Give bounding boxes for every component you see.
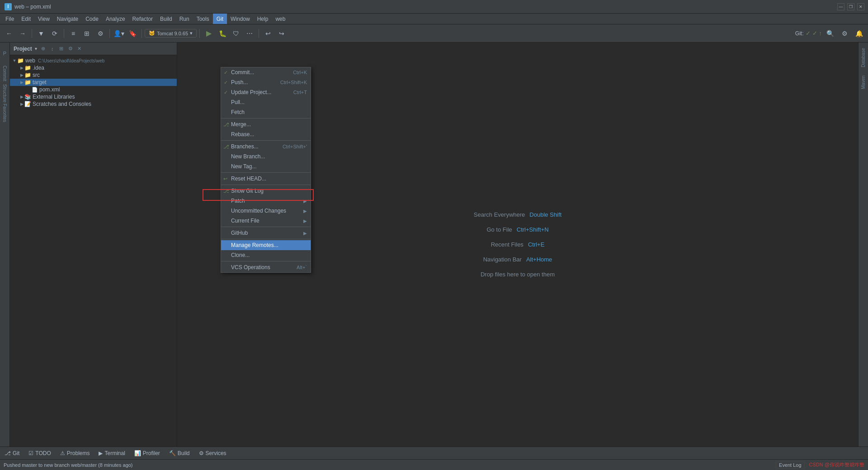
menu-commit[interactable]: Commit... Ctrl+K (221, 67, 311, 77)
menu-push[interactable]: Push... Ctrl+Shift+K (221, 77, 311, 87)
toolbar-sep1 (32, 29, 32, 38)
toolbar-play-btn[interactable]: ▶ (203, 27, 215, 40)
toolbar-notifications-btn[interactable]: 🔔 (853, 27, 865, 40)
menu-current-file[interactable]: Current File ▶ (221, 216, 311, 226)
toolbar-tomcat-selector[interactable]: 🐱 Tomcat 9.0.65 ▾ (145, 29, 197, 38)
minimize-button[interactable]: — (837, 3, 844, 10)
bottom-tab-problems[interactable]: ⚠ Problems (58, 450, 92, 456)
menu-clone[interactable]: Clone... (221, 250, 311, 260)
menu-patch[interactable]: Patch ▶ (221, 196, 311, 206)
bottom-tab-terminal[interactable]: ▶ Terminal (97, 450, 127, 456)
toolbar-run-config[interactable]: ▼ (35, 27, 47, 40)
menu-merge[interactable]: ⎇ Merge... (221, 119, 311, 129)
hint-nav-bar: Navigation Bar Alt+Home (483, 256, 552, 263)
panel-expand-icon[interactable]: ⊞ (58, 45, 65, 52)
menu-show-git-log[interactable]: ⎇ Show Git Log (221, 186, 311, 196)
menu-run[interactable]: Run (176, 14, 193, 24)
menu-edit[interactable]: Edit (18, 14, 34, 24)
menu-build[interactable]: Build (156, 14, 176, 24)
menu-refactor[interactable]: Refactor (129, 14, 156, 24)
toolbar-sync-btn[interactable]: ⟳ (48, 27, 61, 40)
tree-item-web[interactable]: ▼ 📁 web C:\Users\zhaoll\IdeaProjects\web (10, 57, 177, 64)
bottom-tab-build[interactable]: 🔨 Build (167, 450, 192, 456)
hint-nav-label: Navigation Bar (483, 256, 522, 263)
menu-new-tag[interactable]: New Tag... (221, 161, 311, 171)
menu-uncommitted-changes[interactable]: Uncommitted Changes ▶ (221, 206, 311, 216)
toolbar-structure-btn[interactable]: ≡ (67, 27, 80, 40)
tree-item-target[interactable]: ▶ 📁 target (10, 79, 177, 86)
tree-label-idea: .idea (33, 65, 44, 71)
right-tab-maven[interactable]: Maven (860, 72, 867, 93)
menu-analyze[interactable]: Analyze (102, 14, 129, 24)
toolbar-sep5 (199, 29, 200, 38)
panel-collapse-icon[interactable]: ↕ (49, 45, 56, 52)
menu-pull[interactable]: Pull... (221, 97, 311, 107)
menu-web[interactable]: web (272, 14, 289, 24)
tree-item-scratches[interactable]: ▶ 📝 Scratches and Consoles (10, 100, 177, 108)
toolbar-more-btn[interactable]: ⋯ (243, 27, 256, 40)
menu-file[interactable]: File (2, 14, 18, 24)
menu-fetch[interactable]: Fetch (221, 107, 311, 117)
menu-rebase[interactable]: Rebase... (221, 129, 311, 139)
window-controls[interactable]: — ❐ ✕ (837, 3, 864, 10)
target-folder-icon: 📁 (24, 79, 31, 85)
toolbar-forward-btn[interactable]: → (16, 27, 29, 40)
bottom-tab-services[interactable]: ⚙ Services (197, 450, 228, 456)
panel-dropdown-icon[interactable]: ▾ (35, 46, 37, 51)
tree-item-idea[interactable]: ▶ 📁 .idea (10, 64, 177, 71)
menu-manage-remotes[interactable]: Manage Remotes... (221, 240, 311, 250)
toolbar-bookmark-btn[interactable]: 🔖 (126, 27, 139, 40)
menu-navigate[interactable]: Navigate (53, 14, 82, 24)
bottom-tab-profiler[interactable]: 📊 Profiler (132, 450, 162, 456)
menu-tools[interactable]: Tools (193, 14, 213, 24)
tree-item-src[interactable]: ▶ 📁 src (10, 71, 177, 79)
left-tab-favorites[interactable]: Favorites (1, 104, 9, 122)
toolbar-back-btn[interactable]: ← (3, 27, 15, 40)
hint-go-to-file: Go to File Ctrl+Shift+N (486, 226, 548, 233)
close-button[interactable]: ✕ (857, 3, 864, 10)
bottom-tab-todo[interactable]: ☑ TODO (27, 450, 52, 456)
left-tab-commit[interactable]: Commit (1, 64, 9, 82)
git-dropdown-menu[interactable]: Commit... Ctrl+K Push... Ctrl+Shift+K Up… (221, 67, 311, 273)
panel-locate-icon[interactable]: ⊕ (40, 45, 47, 52)
panel-settings-icon[interactable]: ⚙ (67, 45, 74, 52)
toolbar-coverage-btn[interactable]: 🛡 (230, 27, 242, 40)
bottom-tab-git[interactable]: ⎇ Git (3, 450, 21, 456)
toolbar-settings-btn[interactable]: ⚙ (94, 27, 107, 40)
sep4 (221, 185, 311, 185)
tree-item-ext-libs[interactable]: ▶ 📚 External Libraries (10, 93, 177, 100)
toolbar-settings2-btn[interactable]: ⚙ (838, 27, 851, 40)
tree-item-pom[interactable]: ▶ 📄 pom.xml (10, 86, 177, 93)
build-tab-icon: 🔨 (169, 450, 176, 456)
src-folder-icon: 📁 (24, 72, 31, 78)
current-file-label: Current File (231, 218, 259, 224)
vcs-ops-label: VCS Operations (231, 264, 270, 271)
menu-help[interactable]: Help (254, 14, 272, 24)
menu-vcs-operations[interactable]: VCS Operations Alt+` (221, 262, 311, 272)
event-log-btn[interactable]: Event Log (776, 461, 805, 469)
menu-code[interactable]: Code (82, 14, 102, 24)
sep5 (221, 227, 311, 227)
toolbar-debug-btn[interactable]: 🐛 (216, 27, 229, 40)
panel-close-icon[interactable]: ✕ (76, 45, 83, 52)
menu-github[interactable]: GitHub ▶ (221, 228, 311, 238)
menu-new-branch[interactable]: New Branch... (221, 152, 311, 161)
menu-git[interactable]: Git (213, 14, 227, 24)
maximize-button[interactable]: ❐ (847, 3, 854, 10)
right-tab-database[interactable]: Database (860, 44, 867, 71)
toolbar-undo-btn[interactable]: ↩ (262, 27, 274, 40)
left-tab-project[interactable]: P (1, 44, 9, 62)
toolbar-search-btn[interactable]: 🔍 (824, 27, 836, 40)
menu-branches[interactable]: ⎇ Branches... Ctrl+Shift+' (221, 142, 311, 152)
toolbar-expand-btn[interactable]: ⊞ (80, 27, 93, 40)
toolbar-redo-btn[interactable]: ↪ (275, 27, 288, 40)
left-tab-structure[interactable]: Structure (1, 84, 9, 102)
menu-view[interactable]: View (34, 14, 53, 24)
services-tab-label: Services (206, 450, 226, 456)
menu-reset-head[interactable]: ↩ Reset HEAD... (221, 174, 311, 184)
menu-window[interactable]: Window (227, 14, 254, 24)
hint-search-everywhere: Search Everywhere Double Shift (474, 211, 561, 218)
menu-update-project[interactable]: Update Project... Ctrl+T (221, 87, 311, 97)
tree-path-web: C:\Users\zhaoll\IdeaProjects\web (38, 58, 104, 63)
toolbar-user-btn[interactable]: 👤▾ (113, 27, 125, 40)
